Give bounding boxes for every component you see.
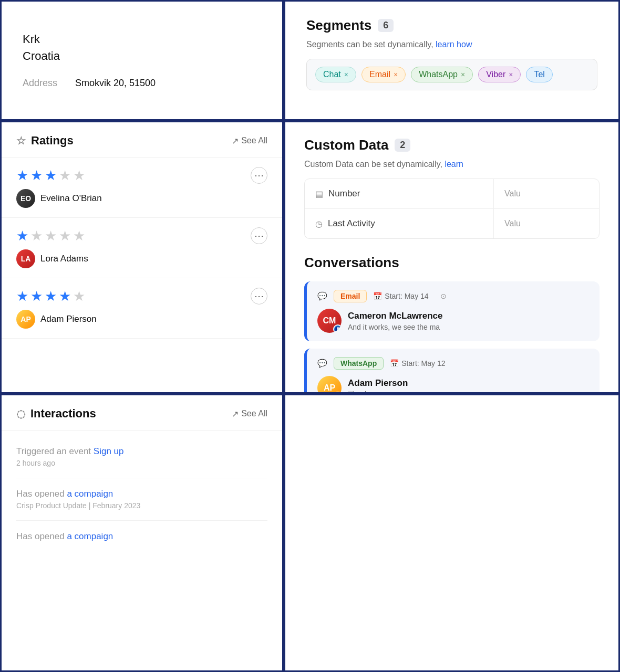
stars-row-2: ★ ★ ★ ★ ★ [16, 288, 85, 304]
conv-avatar-cameron: CM 🇫🇷 [317, 309, 342, 333]
calendar-icon-0: 📅 [373, 292, 382, 300]
ratings-see-all[interactable]: ↗ See All [232, 136, 267, 146]
ratings-title: Ratings [31, 134, 74, 148]
interaction-title-0: Triggered an event Sign up [16, 446, 267, 457]
stars-row-0: ★ ★ ★ ★ ★ [16, 167, 85, 184]
conv-card-0[interactable]: 💬 Email 📅 Start: May 14 ⊙ CM 🇫🇷 [304, 281, 600, 341]
interaction-link-2[interactable]: a compaign [67, 531, 113, 541]
conv-date-0: 📅 Start: May 14 [373, 292, 428, 300]
conv-user-name-0: Cameron McLawrence [348, 311, 589, 321]
interaction-list: Triggered an event Sign up 2 hours ago H… [2, 430, 282, 560]
interactions-see-all[interactable]: ↗ See All [232, 409, 267, 419]
star-3: ★ [45, 228, 57, 244]
address-value: Smokvik 20, 51500 [75, 78, 156, 89]
interaction-meta-0: 2 hours ago [16, 459, 267, 467]
tag-whatsapp-close[interactable]: × [461, 70, 465, 79]
interaction-title-2: Has opened a compaign [16, 531, 267, 542]
tag-chat-close[interactable]: × [344, 70, 348, 79]
avatar-lora: LA [16, 249, 35, 268]
tag-email[interactable]: Email × [361, 67, 406, 82]
rating-more-btn-1[interactable]: ⋯ [251, 227, 267, 244]
custom-value-activity: Valu [494, 209, 599, 238]
tag-whatsapp[interactable]: WhatsApp × [411, 67, 473, 82]
conv-card-1[interactable]: 💬 WhatsApp 📅 Start: May 12 AP 🇺🇸 [304, 349, 600, 394]
avatar-adam: AP [16, 310, 35, 329]
star-5: ★ [73, 167, 85, 184]
custom-data-count: 2 [395, 139, 410, 152]
interaction-link-1[interactable]: a compaign [67, 489, 113, 499]
custom-value-number: Valu [494, 180, 599, 208]
star-4: ★ [59, 288, 71, 304]
custom-data-desc: Custom Data can be set dynamically, lear… [304, 160, 600, 169]
rating-item-1: ★ ★ ★ ★ ★ ⋯ LA Lora Adams [2, 218, 282, 278]
conv-channel-icon-0: 💬 [317, 291, 327, 301]
conv-tag-email: Email [334, 290, 367, 302]
star-3: ★ [45, 288, 57, 304]
interaction-link-0[interactable]: Sign up [94, 446, 124, 456]
interactions-title-row: ◌ Interactions [16, 407, 96, 421]
custom-key-number: Number [328, 188, 360, 199]
rating-user-1: LA Lora Adams [16, 249, 267, 268]
conv-tag-whatsapp: WhatsApp [334, 357, 384, 370]
address-label: Address [23, 78, 65, 89]
avatar-evelina: EO [16, 189, 35, 208]
interactions-panel: ◌ Interactions ↗ See All Triggered an ev… [0, 394, 284, 672]
ratings-title-row: ☆ Ratings [16, 134, 74, 148]
rating-item-0: ★ ★ ★ ★ ★ ⋯ EO Evelina O'Brian [2, 158, 282, 218]
location-panel: Krk Croatia Address Smokvik 20, 51500 [0, 0, 284, 121]
conv-date-1: 📅 Start: May 12 [390, 359, 445, 368]
custom-row-number: ▤ Number Valu [305, 179, 599, 209]
conv-avatar-adam: AP 🇺🇸 [317, 376, 342, 394]
see-all-arrow-icon: ↗ [232, 136, 239, 146]
rating-more-btn-2[interactable]: ⋯ [251, 288, 267, 304]
star-2: ★ [30, 167, 43, 184]
custom-data-panel: Custom Data 2 Custom Data can be set dyn… [284, 121, 620, 394]
segments-learn-link[interactable]: learn how [436, 40, 472, 49]
conv-user-name-1: Adam Pierson [348, 378, 589, 388]
calendar-icon-1: 📅 [390, 359, 399, 368]
rating-user-2: AP Adam Pierson [16, 310, 267, 329]
conv-user-msg-0: And it works, we see the ma [348, 323, 589, 331]
tag-viber-close[interactable]: × [509, 70, 513, 79]
custom-data-learn-link[interactable]: learn [445, 160, 463, 169]
custom-key-activity: Last Activity [328, 218, 375, 229]
clock-icon: ◷ [315, 219, 323, 229]
conv-user-info-0: Cameron McLawrence And it works, we see … [348, 311, 589, 331]
see-all-arrow-icon: ↗ [232, 409, 239, 419]
conv-user-row-1: AP 🇺🇸 Adam Pierson Thank you 12 May [317, 376, 589, 394]
star-1: ★ [16, 228, 28, 244]
star-5: ★ [73, 288, 85, 304]
flag-badge-cameron: 🇫🇷 [333, 324, 342, 333]
star-2: ★ [30, 228, 43, 244]
segments-desc: Segments can be set dynamically, learn h… [306, 40, 597, 49]
rating-item-2: ★ ★ ★ ★ ★ ⋯ AP Adam Pierson [2, 278, 282, 339]
country-value: Croatia [23, 49, 261, 63]
conv-user-info-1: Adam Pierson Thank you 12 May [348, 378, 589, 394]
tag-tel[interactable]: Tel [526, 67, 552, 82]
star-4: ★ [59, 167, 71, 184]
user-name-lora: Lora Adams [40, 254, 88, 264]
conv-extra-0: ⊙ [440, 292, 447, 300]
interaction-meta-1: Crisp Product Update | February 2023 [16, 501, 267, 510]
conv-user-row-0: CM 🇫🇷 Cameron McLawrence And it works, w… [317, 309, 589, 333]
interaction-item-0: Triggered an event Sign up 2 hours ago [16, 436, 267, 478]
tag-viber[interactable]: Viber × [478, 67, 521, 82]
star-3: ★ [45, 167, 57, 184]
rating-more-btn-0[interactable]: ⋯ [251, 167, 267, 184]
conv-user-msg-1: Thank you 12 May [348, 390, 589, 394]
ratings-panel: ☆ Ratings ↗ See All ★ ★ ★ ★ ★ ⋯ EO [0, 121, 284, 394]
rating-user-0: EO Evelina O'Brian [16, 189, 267, 208]
custom-row-activity: ◷ Last Activity Valu [305, 209, 599, 238]
interaction-item-2: Has opened a compaign [16, 521, 267, 554]
tag-chat[interactable]: Chat × [315, 67, 356, 82]
custom-data-table: ▤ Number Valu ◷ Last Activity Valu [304, 178, 600, 239]
star-2: ★ [30, 288, 43, 304]
bottom-right-overflow [284, 394, 620, 672]
user-name-adam: Adam Pierson [40, 314, 97, 324]
segments-count: 6 [378, 19, 394, 32]
tag-email-close[interactable]: × [394, 70, 398, 79]
star-4: ★ [59, 228, 71, 244]
interactions-header: ◌ Interactions ↗ See All [2, 395, 282, 430]
interactions-title: Interactions [30, 407, 96, 421]
city-value: Krk [23, 33, 261, 46]
